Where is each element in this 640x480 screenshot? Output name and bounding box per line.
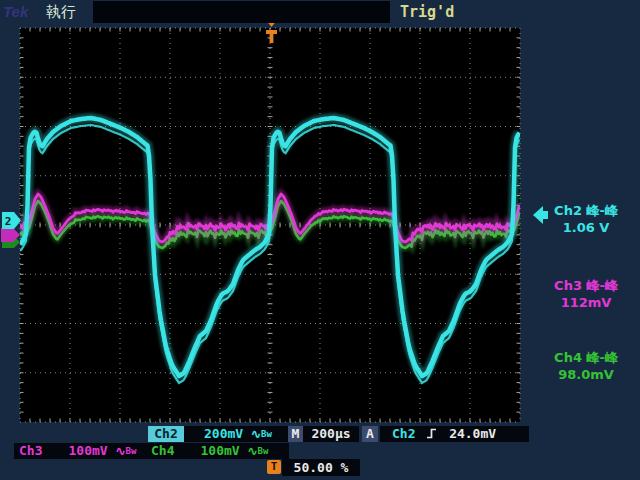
ch2-ground-marker-label: 2 — [5, 215, 12, 228]
timebase-readout: 200µs — [303, 426, 359, 442]
meas-ch3-type: 峰-峰 — [586, 278, 617, 293]
ch4-scale-readout: Ch4100mV ∿Bw — [148, 443, 289, 459]
meas-ch4-type: 峰-峰 — [586, 350, 617, 365]
measurement-ch3-pkpk: Ch3 峰-峰 112mV — [534, 277, 638, 311]
meas-ch2-channel: Ch2 — [554, 203, 582, 218]
trigger-level-value: 24.0mV — [449, 426, 496, 441]
oscilloscope-screen: { "colors":{ "ch2":"#3ae4e4","ch3":"#e43… — [0, 0, 640, 480]
tek-logo: Tek — [3, 3, 28, 20]
ch3-bandwidth-limit-icon: Bw — [126, 446, 137, 456]
ch2-scale-value: 200mV — [204, 426, 243, 441]
meas-ch2-type: 峰-峰 — [586, 203, 617, 218]
ch4-scale-value: 100mV — [200, 443, 239, 458]
meas-ch2-value: 1.06 V — [534, 219, 638, 236]
ch2-ac-coupling-icon: ∿ — [251, 427, 261, 441]
channel-ground-markers: 2 — [1, 212, 21, 248]
ch2-scale-readout: 200mV ∿Bw — [184, 426, 288, 442]
record-view-background — [93, 1, 390, 23]
trigger-source: Ch2 — [392, 426, 415, 441]
ch4-bandwidth-limit-icon: Bw — [258, 446, 269, 456]
ch3-scale-value: 100mV — [68, 443, 107, 458]
rising-edge-icon — [426, 427, 438, 439]
measurement-ch2-pkpk: Ch2 峰-峰 1.06 V — [534, 202, 638, 236]
meas-ch3-value: 112mV — [534, 294, 638, 311]
timebase-tag: M — [288, 426, 303, 442]
ch4-readout-tag: Ch4 — [151, 443, 174, 458]
ch3-readout-tag: Ch3 — [19, 443, 42, 458]
meas-ch4-value: 98.0mV — [534, 366, 638, 383]
ch3-scale-readout: Ch3100mV ∿Bw — [14, 443, 148, 459]
ch2-readout-tag: Ch2 — [148, 426, 184, 442]
ch4-ac-coupling-icon: ∿ — [247, 444, 257, 458]
ch3-ac-coupling-icon: ∿ — [115, 444, 125, 458]
meas-ch3-channel: Ch3 — [554, 278, 582, 293]
measurement-ch4-pkpk: Ch4 峰-峰 98.0mV — [534, 349, 638, 383]
trigger-status: Trig'd — [400, 3, 454, 21]
horizontal-position-readout: 50.00 % — [282, 459, 360, 476]
acquisition-status: 執行 — [46, 3, 76, 22]
meas-ch4-channel: Ch4 — [554, 350, 582, 365]
ch2-bandwidth-limit-icon: Bw — [261, 429, 272, 439]
horizontal-trigger-icon: T — [267, 460, 281, 474]
trigger-readout: Ch2 24.0mV — [380, 426, 529, 442]
trigger-mode-tag: A — [362, 426, 378, 442]
scope-display: 2 — [0, 0, 640, 480]
